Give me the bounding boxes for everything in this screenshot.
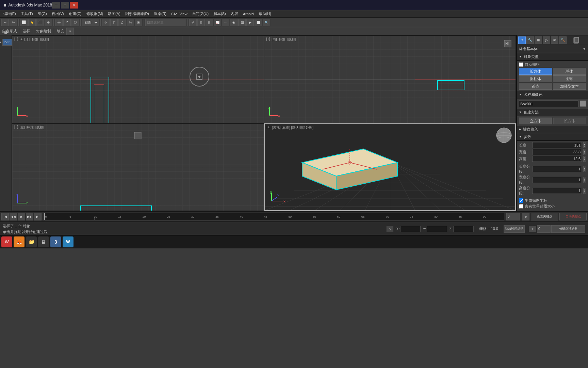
taskbar-browser-icon[interactable]: 🦊 xyxy=(14,236,24,247)
menu-script[interactable]: 脚本(S) xyxy=(211,11,228,17)
timeline-play-button[interactable]: ▶ xyxy=(18,213,25,220)
menu-view[interactable]: 视图(V) xyxy=(50,11,66,17)
x-input[interactable] xyxy=(400,226,421,232)
menu-graph-editor[interactable]: 图形编辑器(D) xyxy=(123,11,151,17)
filter-button[interactable]: 长键点过滤器 xyxy=(551,225,585,233)
param-lsegs-input[interactable] xyxy=(532,166,582,172)
menu-customize[interactable]: 自定义(U) xyxy=(190,11,211,17)
menu-civil[interactable]: Civil View xyxy=(169,11,189,17)
section-object-type[interactable]: ▼ 对象类型 xyxy=(517,53,588,61)
torus-type-button[interactable]: 圆环 xyxy=(553,75,586,82)
set-key-mode-button[interactable]: 设置关键点 xyxy=(531,213,558,220)
frame-number-input[interactable] xyxy=(506,213,520,220)
gen-map-coords-checkbox[interactable] xyxy=(519,198,523,203)
section-params[interactable]: ▼ 参数 xyxy=(517,133,588,141)
param-width-spinner[interactable]: ▲ ▼ xyxy=(583,149,586,155)
autogrid-checkbox[interactable] xyxy=(519,62,523,67)
timeline-track[interactable]: 0 5 10 15 20 25 30 35 40 45 50 55 60 65 … xyxy=(44,213,504,220)
y-input[interactable] xyxy=(427,226,447,232)
hierarchy-tab-button[interactable]: ⊞ xyxy=(535,36,542,44)
menu-animation[interactable]: 动画(A) xyxy=(106,11,122,17)
teapot-type-button[interactable]: 茶壶 xyxy=(519,83,552,90)
auto-key-button[interactable]: 自动关键点 xyxy=(559,213,587,220)
spinner-snap-button[interactable]: ⊠ xyxy=(135,19,142,26)
pivot-button[interactable]: ⊹ xyxy=(102,19,110,26)
schematic-view-button[interactable]: ⋯ xyxy=(222,19,229,26)
param-lsegs-spinner[interactable]: ▲ ▼ xyxy=(583,166,586,172)
add-key-button[interactable]: ⊕ xyxy=(522,213,529,220)
param-height-input[interactable] xyxy=(532,156,582,162)
cylinder-type-button[interactable]: 圆柱体 xyxy=(519,75,552,82)
mirror-button[interactable]: ⇌ xyxy=(189,19,197,26)
section-name-color[interactable]: ▼ 名称和颜色 xyxy=(517,91,588,98)
param-height-spinner[interactable]: ▲ ▼ xyxy=(583,156,586,162)
box-type-button[interactable]: 长方体 xyxy=(519,68,552,75)
rotate-button[interactable]: ↺ xyxy=(63,19,71,26)
param-hsegs-input[interactable] xyxy=(532,188,582,194)
menu-modifier[interactable]: 修改器(M) xyxy=(84,11,105,17)
menu-tools[interactable]: 工具(T) xyxy=(19,11,35,17)
menu-edit[interactable]: 编辑(E) xyxy=(1,11,18,17)
motion-tab-button[interactable]: ▷ xyxy=(543,36,550,44)
view-select[interactable]: 视图 xyxy=(82,19,99,26)
viewport-top[interactable]: X Y [+] [+] [顶] [标准] [线框] xyxy=(12,35,264,123)
percent-snap-button[interactable]: % xyxy=(127,19,134,26)
sphere-type-button[interactable]: 球体 xyxy=(553,68,586,75)
maximize-button[interactable]: □ xyxy=(61,2,69,9)
menu-render[interactable]: 渲染(R) xyxy=(152,11,168,17)
param-wsegs-spinner[interactable]: ▲ ▼ xyxy=(583,177,586,183)
viewport-front-label[interactable]: [+] [前] [标准] [线框] xyxy=(266,37,296,42)
taskbar-word-icon[interactable]: W xyxy=(63,236,74,247)
timeline-end-button[interactable]: ▶| xyxy=(34,213,42,220)
param-length-spinner[interactable]: ▲ ▼ xyxy=(583,142,586,148)
rp-dropdown[interactable]: ▼ xyxy=(583,47,586,51)
z-input[interactable] xyxy=(453,226,474,232)
taskbar-3dsmax-icon[interactable]: 3 xyxy=(50,236,61,247)
render-button[interactable]: 🖼 xyxy=(238,19,246,26)
timeline-next-button[interactable]: ▶▶ xyxy=(26,213,33,220)
taskbar-monitor-icon[interactable]: 🖥 xyxy=(38,236,49,247)
color-swatch[interactable] xyxy=(580,101,586,107)
taskbar-start-icon[interactable]: W xyxy=(1,236,12,247)
viewport-left[interactable]: Y Z [+] [左] [标准] [线框] xyxy=(12,123,264,211)
cube-method-button[interactable]: 立方体 xyxy=(519,118,552,124)
material-editor-button[interactable]: ◉ xyxy=(230,19,238,26)
scale-button[interactable]: ⬡ xyxy=(71,19,79,26)
viewport-persp-label[interactable]: [+] [透视] [标准] [默认明暗处理] xyxy=(267,125,314,130)
menu-content[interactable]: 内容 xyxy=(229,11,240,17)
curve-editor-button[interactable]: 📈 xyxy=(214,19,221,26)
select-object-button[interactable]: ⬜ xyxy=(20,19,28,26)
anim-play-selected-button[interactable]: ▷ xyxy=(387,226,393,232)
text-type-button[interactable]: 加强型文本 xyxy=(553,83,586,90)
param-wsegs-input[interactable] xyxy=(532,177,582,183)
undo-button[interactable]: ↩ xyxy=(1,19,9,26)
viewport-top-label[interactable]: [+] [+] [顶] [标准] [线框] xyxy=(14,37,49,42)
render-scene-button[interactable]: ▶ xyxy=(246,19,254,26)
timeline-start-button[interactable]: |◀ xyxy=(1,213,9,220)
create-tab-button[interactable]: ✦ xyxy=(518,36,526,44)
search-button[interactable]: 🔍 xyxy=(263,19,270,26)
menu-create[interactable]: 创建(C) xyxy=(67,11,83,17)
render-frame-button[interactable]: ⬜ xyxy=(255,19,262,26)
box-method-button[interactable]: 长方体 xyxy=(553,118,586,124)
minimize-button[interactable]: ─ xyxy=(52,2,60,9)
array-button[interactable]: ⊞ xyxy=(206,19,213,26)
param-width-input[interactable] xyxy=(532,149,582,155)
param-hsegs-spinner[interactable]: ▲ ▼ xyxy=(583,188,586,194)
add-key-status-button[interactable]: + xyxy=(529,226,536,232)
modify-tab-button[interactable]: 🔧 xyxy=(526,36,534,44)
section-keyboard-input[interactable]: ▶ 键盘输入 xyxy=(517,126,588,133)
rect-select-button[interactable]: ⬛ xyxy=(36,19,44,26)
angle-snap-button[interactable]: ∠ xyxy=(118,19,126,26)
snap-3d-button[interactable]: 3° xyxy=(110,19,118,26)
menu-group[interactable]: 组(G) xyxy=(36,11,49,17)
add-time-tag-button[interactable]: 动加时间标记 xyxy=(504,225,525,233)
param-length-input[interactable] xyxy=(532,142,582,148)
viewport-left-label[interactable]: [+] [左] [标准] [线框] xyxy=(14,125,44,130)
menu-arnold[interactable]: Arnold xyxy=(241,11,256,17)
timeline-prev-button[interactable]: ◀◀ xyxy=(10,213,17,220)
align-button[interactable]: ⊟ xyxy=(197,19,205,26)
named-selection-input[interactable] xyxy=(145,19,186,26)
frame-input-status[interactable] xyxy=(537,225,551,233)
viewport-perspective[interactable]: .gl{stroke:#444;stroke-width:0.8;} xyxy=(264,123,516,211)
